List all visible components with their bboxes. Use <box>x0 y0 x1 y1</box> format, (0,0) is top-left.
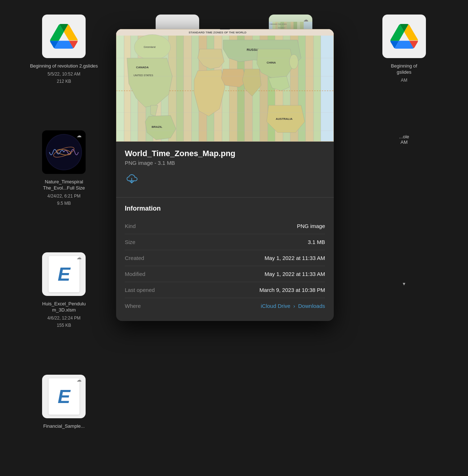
svg-text:AUSTRALIA: AUSTRALIA <box>276 117 292 121</box>
cloud-icon: ☁ <box>75 133 83 140</box>
svg-text:CHINA: CHINA <box>267 61 276 64</box>
file-size: 155 KB <box>57 323 71 328</box>
modified-label: Modified <box>125 271 145 277</box>
modified-value: May 1, 2022 at 11:33 AM <box>264 271 325 277</box>
gdrive-icon-2 <box>390 24 419 49</box>
where-label: Where <box>125 303 141 309</box>
where-value[interactable]: iCloud Drive › Downloads <box>261 303 325 309</box>
file-name: Nature_TimespiralThe_Evol...Full Size <box>43 179 85 191</box>
created-value: May 1, 2022 at 11:33 AM <box>264 255 325 261</box>
list-item[interactable]: ☁ Nature_TimespiralThe_Evol...Full Size … <box>7 123 121 245</box>
file-subtitle: PNG image - 3.1 MB <box>125 160 325 166</box>
list-item[interactable]: ...oleAM <box>348 123 461 245</box>
svg-text:STANDARD TIME ZONES: STANDARD TIME ZONES <box>270 23 287 25</box>
file-name: Financial_Sample... <box>43 423 85 430</box>
list-item[interactable]: Beginning of revolution 2.gslides 5/5/22… <box>7 7 121 123</box>
file-name: Beginning of revolution 2.gslides <box>30 63 98 69</box>
icloud-drive-link[interactable]: iCloud Drive <box>261 303 291 309</box>
file-date: 4/6/22, 12:24 PM <box>48 316 81 321</box>
info-row-created: Created May 1, 2022 at 11:33 AM <box>125 250 325 266</box>
svg-rect-36 <box>176 36 184 142</box>
svg-rect-55 <box>321 36 334 142</box>
download-cloud-button[interactable] <box>125 172 139 186</box>
file-icon: ☁ <box>42 130 86 174</box>
list-item: ▼ <box>348 245 461 367</box>
file-name: Beginning ofgslides <box>391 63 417 76</box>
partial-label: ...oleAM <box>395 130 413 149</box>
quicklook-panel: STANDARD TIME ZONES OF THE WORLD <box>116 29 334 321</box>
file-date: 4/24/22, 6:21 PM <box>48 194 81 199</box>
file-info-section: World_Time_Zones_Map.png PNG image - 3.1… <box>116 142 334 197</box>
file-icon <box>42 15 86 58</box>
information-title: Information <box>125 205 325 212</box>
file-size: 212 KB <box>57 79 71 84</box>
file-icon: E ☁ <box>42 252 86 296</box>
excel-icon: E <box>49 256 79 292</box>
last-opened-value: March 9, 2023 at 10:38 PM <box>259 287 325 293</box>
svg-text:BRAZIL: BRAZIL <box>152 125 162 129</box>
info-row-last-opened: Last opened March 9, 2023 at 10:38 PM <box>125 282 325 298</box>
excel-icon-2: E <box>49 378 79 415</box>
gdrive-icon <box>49 24 78 49</box>
file-date: AM <box>401 78 407 83</box>
size-label: Size <box>125 239 135 245</box>
information-section: Information Kind PNG image Size 3.1 MB C… <box>116 198 334 321</box>
map-preview-svg: STANDARD TIME ZONES OF THE WORLD <box>116 29 334 142</box>
svg-rect-37 <box>184 36 192 142</box>
svg-text:CANADA: CANADA <box>136 66 149 69</box>
svg-rect-28 <box>116 36 124 142</box>
info-row-size: Size 3.1 MB <box>125 234 325 250</box>
svg-rect-54 <box>313 36 321 142</box>
file-icon: E ☁ <box>42 375 86 418</box>
info-row-modified: Modified May 1, 2022 at 11:33 AM <box>125 266 325 282</box>
file-size: 9.5 MB <box>57 201 71 206</box>
svg-rect-53 <box>305 36 313 142</box>
last-opened-label: Last opened <box>125 287 155 293</box>
list-item[interactable]: E ☁ Huis_Excel_Pendulum_3D.xlsm 4/6/22, … <box>7 245 121 367</box>
created-label: Created <box>125 255 144 261</box>
svg-text:Greenland: Greenland <box>144 46 156 48</box>
svg-rect-29 <box>124 36 131 142</box>
cloud-icon: ☁ <box>75 255 83 262</box>
cloud-icon: ☁ <box>75 377 83 384</box>
kind-value: PNG image <box>297 223 325 229</box>
panel-notch <box>220 29 230 29</box>
list-item[interactable]: Beginning ofgslides AM <box>348 7 461 123</box>
path-separator: › <box>293 303 295 309</box>
file-title: World_Time_Zones_Map.png <box>125 149 325 158</box>
list-item[interactable]: E ☁ Financial_Sample... <box>7 367 121 469</box>
preview-image: STANDARD TIME ZONES OF THE WORLD <box>116 29 334 142</box>
kind-label: Kind <box>125 223 136 229</box>
file-date: 5/5/22, 10:52 AM <box>48 72 81 77</box>
scroll-indicator: ▼ <box>402 281 406 286</box>
info-row-kind: Kind PNG image <box>125 218 325 234</box>
file-name: Huis_Excel_Pendulum_3D.xlsm <box>42 301 86 313</box>
downloads-link[interactable]: Downloads <box>298 303 325 309</box>
size-value: 3.1 MB <box>308 239 325 245</box>
svg-text:STANDARD TIME ZONES OF THE WOR: STANDARD TIME ZONES OF THE WORLD <box>189 31 247 34</box>
svg-text:Greenland: Greenland <box>278 27 285 29</box>
cloud-icon: ☁ <box>302 17 309 24</box>
svg-text:RUSSIA: RUSSIA <box>247 48 259 52</box>
file-icon <box>382 15 426 58</box>
svg-point-91 <box>290 54 298 69</box>
info-row-where: Where iCloud Drive › Downloads <box>125 298 325 314</box>
cloud-download-icon <box>126 173 138 184</box>
